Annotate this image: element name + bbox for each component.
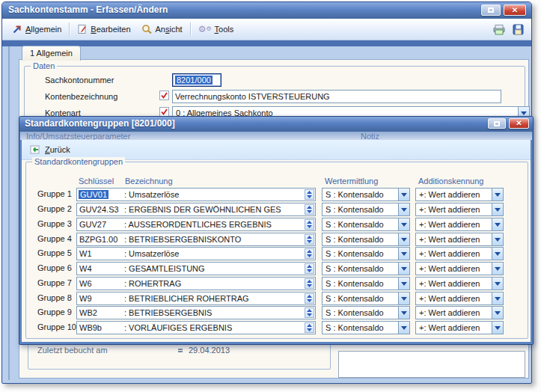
menu-label: Bearbeiten xyxy=(91,25,130,34)
dialog-titlebar[interactable]: Standardkontengruppen [8201/000] ✕ xyxy=(19,117,533,132)
sachkontonummer-field[interactable]: 8201/000 xyxy=(172,73,221,87)
print-button[interactable] xyxy=(493,24,505,35)
zuletzt-bebucht-label: Zuletzt bebucht am xyxy=(37,346,108,355)
dropdown-button[interactable] xyxy=(492,322,503,334)
dropdown-button[interactable] xyxy=(492,248,503,260)
additionskennung-select[interactable]: +: Wert addieren xyxy=(415,262,504,275)
red-check-icon xyxy=(159,91,169,100)
wertermittlung-select[interactable]: S : Kontensaldo xyxy=(322,292,410,305)
tab-allgemein[interactable]: 1 Allgemein xyxy=(22,46,81,61)
dropdown-button[interactable] xyxy=(492,307,503,319)
dropdown-button[interactable] xyxy=(492,189,503,200)
save-button[interactable] xyxy=(513,24,524,35)
chevron-down-icon xyxy=(401,252,407,259)
additionskennung-select[interactable]: +: Wert addieren xyxy=(415,203,504,216)
sachkontonummer-label: Sachkontonummer xyxy=(45,76,114,85)
dropdown-button[interactable] xyxy=(398,248,409,260)
schluessel-field[interactable]: W9 : BETRIEBLICHER ROHERTRAG xyxy=(76,292,316,305)
dropdown-button[interactable] xyxy=(492,218,503,230)
zurueck-button[interactable]: Zurück xyxy=(25,143,75,156)
schluessel-field[interactable]: W1 : Umsatzerlöse xyxy=(76,247,316,260)
schluessel-field[interactable]: WB2 : BETRIEBSERGEBNIS xyxy=(76,306,316,319)
spinner-control[interactable] xyxy=(305,263,314,274)
additionskennung-select[interactable]: +: Wert addieren xyxy=(415,188,504,201)
dropdown-button[interactable] xyxy=(492,203,503,215)
schluessel-field[interactable]: GUV27 : AUSSERORDENTLICHES ERGEBNIS xyxy=(76,218,316,231)
dropdown-button[interactable] xyxy=(398,293,409,304)
schluessel-field[interactable]: W6 : ROHERTRAG xyxy=(76,277,316,290)
dropdown-button[interactable] xyxy=(398,203,409,215)
bezeichnung-value: : AUSSERORDENTLICHES ERGEBNIS xyxy=(124,220,303,229)
menu-bearbeiten[interactable]: Bearbeiten xyxy=(72,22,135,36)
dropdown-button[interactable] xyxy=(492,293,503,304)
notiz-textarea[interactable] xyxy=(338,351,525,378)
chevron-down-icon xyxy=(495,223,501,230)
chevron-down-icon xyxy=(401,311,407,318)
wertermittlung-select[interactable]: S : Kontensaldo xyxy=(322,306,410,319)
schluessel-field[interactable]: GUV01 : Umsatzerlöse xyxy=(76,188,316,201)
save-icon xyxy=(513,24,524,35)
schluessel-field[interactable]: GUV24.S3 : ERGEBNIS DER GEWÖHNLICHEN GES xyxy=(76,203,316,216)
spinner-control[interactable] xyxy=(305,234,314,245)
bezeichnung-value: : GESAMTLEISTUNG xyxy=(124,264,303,273)
zuletzt-bebucht-value: 29.04.2013 xyxy=(189,346,230,355)
main-toolbar: Allgemein Bearbeiten Ansicht ⚙⚙ Tools xyxy=(2,19,531,40)
check-toggle[interactable] xyxy=(159,91,169,100)
schluessel-value: GUV27 xyxy=(79,220,106,229)
dropdown-button[interactable] xyxy=(492,278,503,290)
bezeichnung-value: : ROHERTRAG xyxy=(124,279,303,288)
wertermittlung-select[interactable]: S : Kontensaldo xyxy=(322,247,410,260)
wertermittlung-select[interactable]: S : Kontensaldo xyxy=(322,218,410,231)
restore-button[interactable] xyxy=(481,4,501,16)
dropdown-button[interactable] xyxy=(398,263,409,275)
menu-ansicht[interactable]: Ansicht xyxy=(136,22,188,36)
dialog-restore-button[interactable] xyxy=(488,118,506,129)
kontenbezeichnung-label: Kontenbezeichnung xyxy=(45,92,117,101)
main-titlebar[interactable]: Sachkontenstamm - Erfassen/Ändern ✕ xyxy=(2,2,531,19)
schluessel-field[interactable]: WB9b : VORLÄUFIGES ERGEBNIS xyxy=(76,321,316,334)
additionskennung-select[interactable]: +: Wert addieren xyxy=(415,292,504,305)
spinner-control[interactable] xyxy=(305,322,314,333)
menu-tools[interactable]: ⚙⚙ Tools xyxy=(193,23,239,35)
dropdown-button[interactable] xyxy=(492,263,503,275)
chevron-down-icon xyxy=(401,297,407,304)
wertermittlung-select[interactable]: S : Kontensaldo xyxy=(322,277,410,290)
wertermittlung-select[interactable]: S : Kontensaldo xyxy=(322,203,410,216)
dropdown-button[interactable] xyxy=(398,189,409,200)
additionskennung-select[interactable]: +: Wert addieren xyxy=(415,218,504,231)
additionskennung-select[interactable]: +: Wert addieren xyxy=(415,321,504,334)
dropdown-button[interactable] xyxy=(398,233,409,245)
table-row: Gruppe 8 W9 : BETRIEBLICHER ROHERTRAG S … xyxy=(26,292,528,305)
close-button[interactable]: ✕ xyxy=(504,4,526,16)
dialog-close-button[interactable]: ✕ xyxy=(509,118,529,129)
dropdown-button[interactable] xyxy=(398,218,409,230)
additionskennung-select[interactable]: +: Wert addieren xyxy=(415,306,504,319)
wertermittlung-select[interactable]: S : Kontensaldo xyxy=(322,188,410,201)
spinner-control[interactable] xyxy=(305,204,314,215)
table-row: Gruppe 5 W1 : Umsatzerlöse S : Kontensal… xyxy=(26,247,528,260)
dropdown-button[interactable] xyxy=(492,233,503,245)
spinner-control[interactable] xyxy=(305,278,314,289)
additionskennung-select[interactable]: +: Wert addieren xyxy=(415,233,504,246)
magnifier-icon xyxy=(141,24,153,34)
schluessel-value: GUV01 xyxy=(79,190,108,199)
kontenbezeichnung-field[interactable]: Verrechnungskonto ISTVERSTEUERUNG xyxy=(172,90,501,103)
bezeichnung-value: : Umsatzerlöse xyxy=(124,249,303,258)
menu-allgemein[interactable]: Allgemein xyxy=(7,22,67,36)
schluessel-field[interactable]: BZPG1.00 : BETRIEBSERGEBNISKONTO xyxy=(76,233,316,246)
spinner-control[interactable] xyxy=(305,248,314,259)
schluessel-field[interactable]: W4 : GESAMTLEISTUNG xyxy=(76,262,316,275)
dropdown-button[interactable] xyxy=(398,307,409,319)
wertermittlung-select[interactable]: S : Kontensaldo xyxy=(322,262,410,275)
spinner-control[interactable] xyxy=(305,293,314,304)
dropdown-button[interactable] xyxy=(398,278,409,290)
additionskennung-select[interactable]: +: Wert addieren xyxy=(415,277,504,290)
dropdown-button[interactable] xyxy=(398,322,409,334)
wertermittlung-select[interactable]: S : Kontensaldo xyxy=(322,233,410,246)
wertermittlung-select[interactable]: S : Kontensaldo xyxy=(322,321,410,334)
spinner-control[interactable] xyxy=(305,189,314,200)
spinner-control[interactable] xyxy=(305,219,314,230)
additionskennung-select[interactable]: +: Wert addieren xyxy=(415,247,504,260)
spinner-control[interactable] xyxy=(305,307,314,318)
bezeichnung-value: : BETRIEBLICHER ROHERTRAG xyxy=(124,294,303,303)
